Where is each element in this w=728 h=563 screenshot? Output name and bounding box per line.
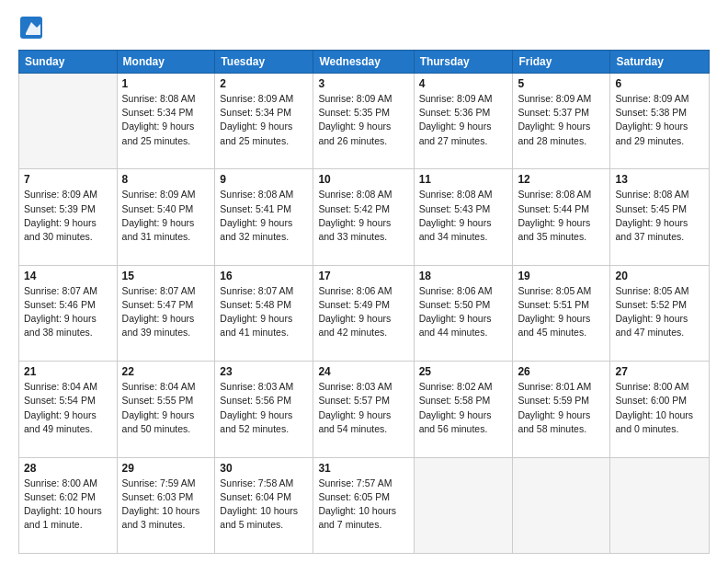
day-cell: 26Sunrise: 8:01 AMSunset: 5:59 PMDayligh… xyxy=(513,362,610,457)
day-cell: 13Sunrise: 8:08 AMSunset: 5:45 PMDayligh… xyxy=(610,169,710,265)
day-number: 24 xyxy=(318,365,408,378)
day-info: Sunrise: 8:08 AMSunset: 5:42 PMDaylight:… xyxy=(318,188,408,244)
day-cell: 7Sunrise: 8:09 AMSunset: 5:39 PMDaylight… xyxy=(19,169,118,265)
weekday-friday: Friday xyxy=(513,51,610,74)
day-info: Sunrise: 8:00 AMSunset: 6:02 PMDaylight:… xyxy=(24,477,112,533)
day-cell: 29Sunrise: 7:59 AMSunset: 6:03 PMDayligh… xyxy=(117,457,215,553)
week-row-1: 1Sunrise: 8:08 AMSunset: 5:34 PMDaylight… xyxy=(19,74,710,169)
day-info: Sunrise: 8:07 AMSunset: 5:47 PMDaylight:… xyxy=(122,284,210,340)
day-info: Sunrise: 8:08 AMSunset: 5:41 PMDaylight:… xyxy=(220,188,308,244)
day-cell: 24Sunrise: 8:03 AMSunset: 5:57 PMDayligh… xyxy=(313,362,414,457)
day-cell: 25Sunrise: 8:02 AMSunset: 5:58 PMDayligh… xyxy=(414,362,513,457)
day-info: Sunrise: 8:09 AMSunset: 5:40 PMDaylight:… xyxy=(122,188,210,244)
day-cell: 2Sunrise: 8:09 AMSunset: 5:34 PMDaylight… xyxy=(215,74,313,169)
day-number: 19 xyxy=(518,270,605,282)
day-number: 22 xyxy=(122,365,210,378)
day-info: Sunrise: 8:06 AMSunset: 5:49 PMDaylight:… xyxy=(318,284,408,340)
day-number: 4 xyxy=(419,77,508,90)
day-info: Sunrise: 8:04 AMSunset: 5:54 PMDaylight:… xyxy=(24,380,112,436)
day-cell: 27Sunrise: 8:00 AMSunset: 6:00 PMDayligh… xyxy=(610,362,710,457)
day-info: Sunrise: 7:59 AMSunset: 6:03 PMDaylight:… xyxy=(122,477,210,533)
day-info: Sunrise: 8:08 AMSunset: 5:44 PMDaylight:… xyxy=(518,188,605,244)
day-cell: 15Sunrise: 8:07 AMSunset: 5:47 PMDayligh… xyxy=(117,265,215,361)
day-cell: 14Sunrise: 8:07 AMSunset: 5:46 PMDayligh… xyxy=(19,265,118,361)
day-number: 1 xyxy=(122,77,210,90)
day-number: 17 xyxy=(318,270,408,282)
logo-icon xyxy=(18,15,44,40)
day-number: 25 xyxy=(419,365,508,378)
header xyxy=(18,15,710,40)
day-info: Sunrise: 8:03 AMSunset: 5:56 PMDaylight:… xyxy=(220,380,308,436)
day-info: Sunrise: 8:09 AMSunset: 5:37 PMDaylight:… xyxy=(518,92,605,148)
day-info: Sunrise: 8:08 AMSunset: 5:43 PMDaylight:… xyxy=(419,188,508,244)
day-number: 11 xyxy=(419,173,508,186)
day-number: 9 xyxy=(220,173,308,186)
day-number: 16 xyxy=(220,270,308,282)
day-number: 2 xyxy=(220,77,308,90)
day-cell: 20Sunrise: 8:05 AMSunset: 5:52 PMDayligh… xyxy=(610,265,710,361)
weekday-sunday: Sunday xyxy=(19,51,118,74)
day-number: 21 xyxy=(24,365,112,378)
day-cell: 1Sunrise: 8:08 AMSunset: 5:34 PMDaylight… xyxy=(117,74,215,169)
day-cell: 28Sunrise: 8:00 AMSunset: 6:02 PMDayligh… xyxy=(19,457,118,553)
day-number: 13 xyxy=(615,173,704,186)
day-cell: 18Sunrise: 8:06 AMSunset: 5:50 PMDayligh… xyxy=(414,265,513,361)
day-cell: 17Sunrise: 8:06 AMSunset: 5:49 PMDayligh… xyxy=(313,265,414,361)
day-info: Sunrise: 8:09 AMSunset: 5:38 PMDaylight:… xyxy=(615,92,704,148)
day-info: Sunrise: 8:09 AMSunset: 5:35 PMDaylight:… xyxy=(318,92,408,148)
day-cell: 30Sunrise: 7:58 AMSunset: 6:04 PMDayligh… xyxy=(215,457,313,553)
weekday-monday: Monday xyxy=(117,51,215,74)
day-cell: 5Sunrise: 8:09 AMSunset: 5:37 PMDaylight… xyxy=(513,74,610,169)
day-info: Sunrise: 8:05 AMSunset: 5:52 PMDaylight:… xyxy=(615,284,704,340)
day-number: 20 xyxy=(615,270,704,282)
day-number: 3 xyxy=(318,77,408,90)
day-number: 18 xyxy=(419,270,508,282)
day-number: 15 xyxy=(122,270,210,282)
day-info: Sunrise: 8:07 AMSunset: 5:48 PMDaylight:… xyxy=(220,284,308,340)
calendar-page: SundayMondayTuesdayWednesdayThursdayFrid… xyxy=(0,0,728,563)
day-number: 5 xyxy=(518,77,605,90)
day-number: 8 xyxy=(122,173,210,186)
calendar-table: SundayMondayTuesdayWednesdayThursdayFrid… xyxy=(18,50,710,554)
day-cell: 9Sunrise: 8:08 AMSunset: 5:41 PMDaylight… xyxy=(215,169,313,265)
day-number: 6 xyxy=(615,77,704,90)
logo-text xyxy=(18,15,46,40)
day-info: Sunrise: 8:09 AMSunset: 5:39 PMDaylight:… xyxy=(24,188,112,244)
day-cell: 16Sunrise: 8:07 AMSunset: 5:48 PMDayligh… xyxy=(215,265,313,361)
weekday-tuesday: Tuesday xyxy=(215,51,313,74)
day-info: Sunrise: 8:03 AMSunset: 5:57 PMDaylight:… xyxy=(318,380,408,436)
day-cell: 21Sunrise: 8:04 AMSunset: 5:54 PMDayligh… xyxy=(19,362,118,457)
weekday-header-row: SundayMondayTuesdayWednesdayThursdayFrid… xyxy=(19,51,710,74)
week-row-5: 28Sunrise: 8:00 AMSunset: 6:02 PMDayligh… xyxy=(19,457,710,553)
day-number: 7 xyxy=(24,173,112,186)
logo xyxy=(18,15,46,40)
day-number: 29 xyxy=(122,462,210,475)
day-cell: 8Sunrise: 8:09 AMSunset: 5:40 PMDaylight… xyxy=(117,169,215,265)
day-info: Sunrise: 8:04 AMSunset: 5:55 PMDaylight:… xyxy=(122,380,210,436)
day-info: Sunrise: 8:07 AMSunset: 5:46 PMDaylight:… xyxy=(24,284,112,340)
day-number: 12 xyxy=(518,173,605,186)
day-number: 28 xyxy=(24,462,112,475)
day-cell xyxy=(414,457,513,553)
day-cell: 31Sunrise: 7:57 AMSunset: 6:05 PMDayligh… xyxy=(313,457,414,553)
day-number: 10 xyxy=(318,173,408,186)
weekday-thursday: Thursday xyxy=(414,51,513,74)
day-info: Sunrise: 8:08 AMSunset: 5:34 PMDaylight:… xyxy=(122,92,210,148)
day-cell xyxy=(513,457,610,553)
day-info: Sunrise: 8:05 AMSunset: 5:51 PMDaylight:… xyxy=(518,284,605,340)
day-number: 23 xyxy=(220,365,308,378)
day-number: 14 xyxy=(24,270,112,282)
day-info: Sunrise: 8:09 AMSunset: 5:36 PMDaylight:… xyxy=(419,92,508,148)
day-info: Sunrise: 7:57 AMSunset: 6:05 PMDaylight:… xyxy=(318,477,408,533)
day-cell: 4Sunrise: 8:09 AMSunset: 5:36 PMDaylight… xyxy=(414,74,513,169)
day-info: Sunrise: 8:02 AMSunset: 5:58 PMDaylight:… xyxy=(419,380,508,436)
day-info: Sunrise: 8:06 AMSunset: 5:50 PMDaylight:… xyxy=(419,284,508,340)
day-cell: 23Sunrise: 8:03 AMSunset: 5:56 PMDayligh… xyxy=(215,362,313,457)
day-info: Sunrise: 8:01 AMSunset: 5:59 PMDaylight:… xyxy=(518,380,605,436)
day-cell: 11Sunrise: 8:08 AMSunset: 5:43 PMDayligh… xyxy=(414,169,513,265)
day-cell: 3Sunrise: 8:09 AMSunset: 5:35 PMDaylight… xyxy=(313,74,414,169)
day-cell xyxy=(610,457,710,553)
day-info: Sunrise: 7:58 AMSunset: 6:04 PMDaylight:… xyxy=(220,477,308,533)
day-info: Sunrise: 8:00 AMSunset: 6:00 PMDaylight:… xyxy=(615,380,704,436)
day-cell: 12Sunrise: 8:08 AMSunset: 5:44 PMDayligh… xyxy=(513,169,610,265)
